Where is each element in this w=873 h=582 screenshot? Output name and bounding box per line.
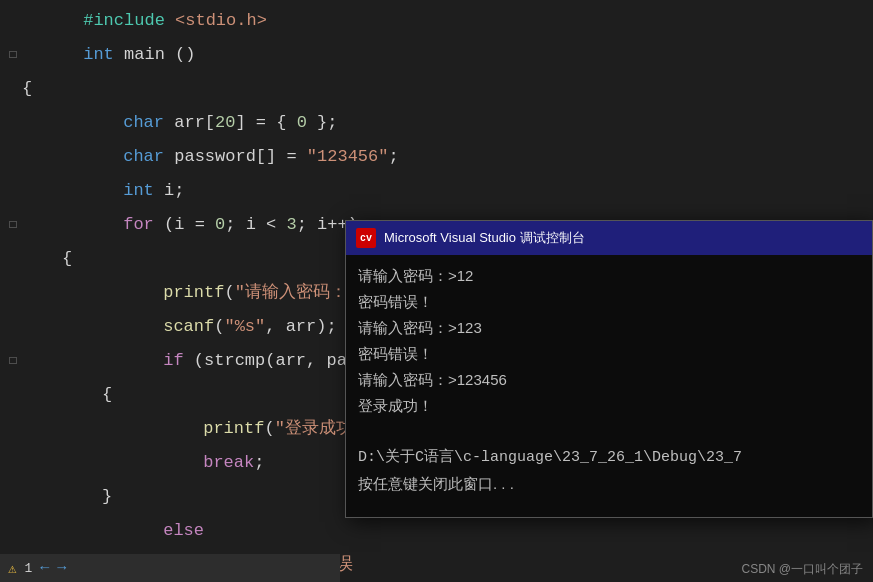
gutter-collapse-2: □ — [4, 38, 22, 72]
code-break-semi: ; — [254, 453, 264, 472]
console-line-3: 请输入密码：>123 — [358, 315, 860, 341]
code-password-decl: password[] = — [164, 147, 307, 166]
console-body: 请输入密码：>12 密码错误！ 请输入密码：>123 密码错误！ 请输入密码：>… — [346, 255, 872, 517]
gutter-collapse-11: □ — [4, 344, 22, 378]
nav-arrow-left[interactable]: ← — [40, 560, 49, 577]
code-kw-if: if — [163, 351, 183, 370]
watermark-text: CSDN @一口叫个团子 — [741, 562, 863, 576]
nav-arrow-right[interactable]: → — [57, 560, 66, 577]
code-num-3: 3 — [286, 215, 296, 234]
code-keyword-int: int — [83, 45, 114, 64]
console-line-6: 登录成功！ — [358, 393, 860, 419]
console-window: cv Microsoft Visual Studio 调试控制台 请输入密码：>… — [345, 220, 873, 518]
console-title: Microsoft Visual Studio 调试控制台 — [384, 229, 862, 247]
warning-count: 1 — [24, 561, 32, 576]
watermark: CSDN @一口叫个团子 — [731, 557, 873, 582]
code-line-2: □ int main () — [0, 38, 873, 72]
warning-icon: ⚠ — [8, 560, 16, 577]
code-for-mid: ; i < — [225, 215, 286, 234]
console-line-2: 密码错误！ — [358, 289, 860, 315]
console-titlebar: cv Microsoft Visual Studio 调试控制台 — [346, 221, 872, 255]
code-main: main () — [114, 45, 196, 64]
console-line-7 — [358, 419, 860, 445]
console-line-1: 请输入密码：>12 — [358, 263, 860, 289]
console-line-9: 按任意键关闭此窗口. . . — [358, 471, 860, 497]
code-if-expr: (strcmp(arr, pass — [184, 351, 368, 370]
console-app-icon: cv — [356, 228, 376, 248]
code-semi1: ; — [388, 147, 398, 166]
console-line-8: D:\关于C语言\c-language\23_7_26_1\Debug\23_7 — [358, 445, 860, 471]
code-for-expr: (i = — [154, 215, 215, 234]
gutter-collapse-7: □ — [4, 208, 22, 242]
code-kw-for: for — [123, 215, 154, 234]
code-str-123456: "123456" — [307, 147, 389, 166]
status-bar: ⚠ 1 ← → — [0, 554, 340, 582]
console-line-5: 请输入密码：>123456 — [358, 367, 860, 393]
code-num-0b: 0 — [215, 215, 225, 234]
console-line-4: 密码错误！ — [358, 341, 860, 367]
code-str-success: "登录成功 — [275, 419, 353, 438]
code-paren2: ( — [264, 419, 274, 438]
code-kw-break: break — [203, 453, 254, 472]
